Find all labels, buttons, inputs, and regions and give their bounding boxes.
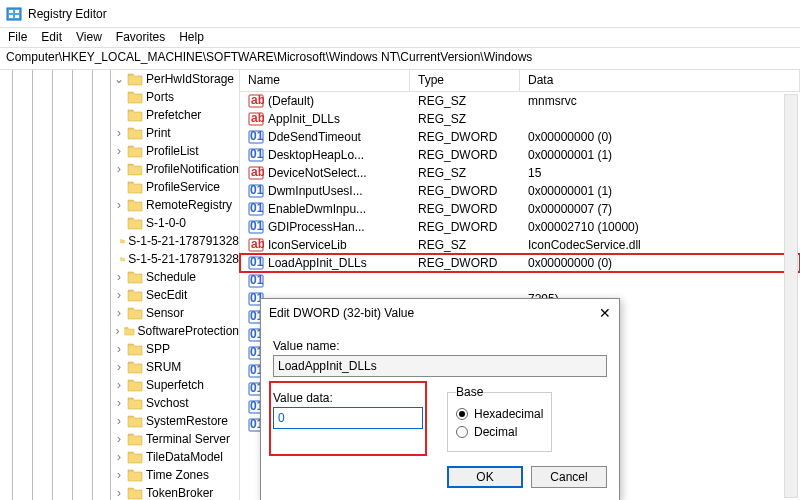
col-name[interactable]: Name	[240, 70, 410, 91]
menu-help[interactable]: Help	[179, 30, 204, 45]
value-type: REG_SZ	[410, 238, 520, 252]
value-row[interactable]: GDIProcessHan...REG_DWORD0x00002710 (100…	[240, 218, 800, 236]
tree-item[interactable]: ›Superfetch	[0, 376, 239, 394]
ok-button[interactable]: OK	[447, 466, 523, 488]
tree-item[interactable]: ›RemoteRegistry	[0, 196, 239, 214]
tree-item[interactable]: Prefetcher	[0, 106, 239, 124]
tree-item[interactable]: ›ProfileList	[0, 142, 239, 160]
tree-item[interactable]: ›TokenBroker	[0, 484, 239, 500]
menu-edit[interactable]: Edit	[41, 30, 62, 45]
menu-favorites[interactable]: Favorites	[116, 30, 165, 45]
chevron-icon: ›	[114, 288, 124, 302]
chevron-icon: ›	[114, 324, 121, 338]
col-type[interactable]: Type	[410, 70, 520, 91]
folder-icon	[127, 396, 143, 410]
tree-item[interactable]: ›SoftwareProtection	[0, 322, 239, 340]
tree-item[interactable]: Ports	[0, 88, 239, 106]
tree-item-label: Sensor	[146, 306, 184, 320]
cancel-button[interactable]: Cancel	[531, 466, 607, 488]
tree-item-label: TokenBroker	[146, 486, 213, 500]
dword-icon	[248, 183, 264, 199]
value-row[interactable]: (Default)REG_SZmnmsrvc	[240, 92, 800, 110]
folder-icon	[127, 90, 143, 104]
value-row[interactable]: DeviceNotSelect...REG_SZ15	[240, 164, 800, 182]
folder-icon	[127, 126, 143, 140]
tree-item-label: Superfetch	[146, 378, 204, 392]
value-data: 0x00000000 (0)	[520, 256, 800, 270]
value-data: 0x00000001 (1)	[520, 184, 800, 198]
folder-icon	[127, 72, 143, 86]
value-name: (Default)	[268, 94, 314, 108]
titlebar: Registry Editor	[0, 0, 800, 28]
value-row[interactable]: DdeSendTimeoutREG_DWORD0x00000000 (0)	[240, 128, 800, 146]
value-name: DdeSendTimeout	[268, 130, 361, 144]
folder-icon	[127, 270, 143, 284]
folder-icon	[127, 468, 143, 482]
chevron-icon: ›	[114, 432, 124, 446]
value-row[interactable]: LoadAppInit_DLLsREG_DWORD0x00000000 (0)	[240, 254, 800, 272]
value-row[interactable]: IconServiceLibREG_SZIconCodecService.dll	[240, 236, 800, 254]
tree-item[interactable]: ⌄PerHwIdStorage	[0, 70, 239, 88]
tree-item-label: Terminal Server	[146, 432, 230, 446]
chevron-icon: ›	[114, 270, 124, 284]
value-row[interactable]: DwmInputUsesI...REG_DWORD0x00000001 (1)	[240, 182, 800, 200]
tree-item[interactable]: ›ProfileNotification	[0, 160, 239, 178]
tree-item[interactable]: ›SecEdit	[0, 286, 239, 304]
base-label: Base	[456, 385, 483, 399]
tree-item[interactable]: S-1-0-0	[0, 214, 239, 232]
string-icon	[248, 93, 264, 109]
tree-item[interactable]: ›Time Zones	[0, 466, 239, 484]
value-name: DwmInputUsesI...	[268, 184, 363, 198]
value-name-label: Value name:	[273, 339, 607, 353]
tree-item-label: Schedule	[146, 270, 196, 284]
menu-file[interactable]: File	[8, 30, 27, 45]
folder-icon	[120, 234, 125, 248]
value-data-input[interactable]	[273, 407, 423, 429]
string-icon	[248, 237, 264, 253]
chevron-icon: ›	[114, 126, 124, 140]
value-row[interactable]: DesktopHeapLo...REG_DWORD0x00000001 (1)	[240, 146, 800, 164]
tree-item[interactable]: ›Sensor	[0, 304, 239, 322]
tree-item[interactable]: S-1-5-21-178791328	[0, 250, 239, 268]
tree-item-label: SRUM	[146, 360, 181, 374]
tree-item[interactable]: S-1-5-21-178791328	[0, 232, 239, 250]
radio-hexadecimal[interactable]: Hexadecimal	[456, 407, 543, 421]
chevron-icon: ›	[114, 342, 124, 356]
tree-item-label: PerHwIdStorage	[146, 72, 234, 86]
chevron-icon: ›	[114, 486, 124, 500]
tree-item[interactable]: ›SystemRestore	[0, 412, 239, 430]
tree-item[interactable]: ›Terminal Server	[0, 430, 239, 448]
value-type: REG_DWORD	[410, 184, 520, 198]
value-row[interactable]	[240, 272, 800, 290]
tree-item[interactable]: ›Print	[0, 124, 239, 142]
tree-item[interactable]: ›Svchost	[0, 394, 239, 412]
value-data-label: Value data:	[273, 391, 423, 405]
tree-item[interactable]: ProfileService	[0, 178, 239, 196]
chevron-icon: ›	[114, 360, 124, 374]
dword-icon	[248, 273, 264, 289]
close-icon[interactable]: ✕	[599, 305, 611, 321]
dword-icon	[248, 147, 264, 163]
value-name: IconServiceLib	[268, 238, 347, 252]
chevron-icon: ⌄	[114, 72, 124, 86]
value-name-field	[273, 355, 607, 377]
radio-icon	[456, 426, 468, 438]
tree-item[interactable]: ›SPP	[0, 340, 239, 358]
scrollbar[interactable]	[784, 94, 798, 498]
tree-item-label: Time Zones	[146, 468, 209, 482]
tree-item[interactable]: ›TileDataModel	[0, 448, 239, 466]
menu-view[interactable]: View	[76, 30, 102, 45]
value-row[interactable]: AppInit_DLLsREG_SZ	[240, 110, 800, 128]
tree-item-label: SPP	[146, 342, 170, 356]
value-data: 0x00000000 (0)	[520, 130, 800, 144]
tree-pane[interactable]: ⌄PerHwIdStoragePortsPrefetcher›Print›Pro…	[0, 70, 240, 500]
tree-item[interactable]: ›SRUM	[0, 358, 239, 376]
tree-item[interactable]: ›Schedule	[0, 268, 239, 286]
address-bar[interactable]: Computer\HKEY_LOCAL_MACHINE\SOFTWARE\Mic…	[0, 48, 800, 70]
col-data[interactable]: Data	[520, 70, 800, 91]
folder-icon	[127, 360, 143, 374]
value-row[interactable]: EnableDwmInpu...REG_DWORD0x00000007 (7)	[240, 200, 800, 218]
value-name: DeviceNotSelect...	[268, 166, 367, 180]
radio-decimal[interactable]: Decimal	[456, 425, 543, 439]
value-type: REG_DWORD	[410, 220, 520, 234]
